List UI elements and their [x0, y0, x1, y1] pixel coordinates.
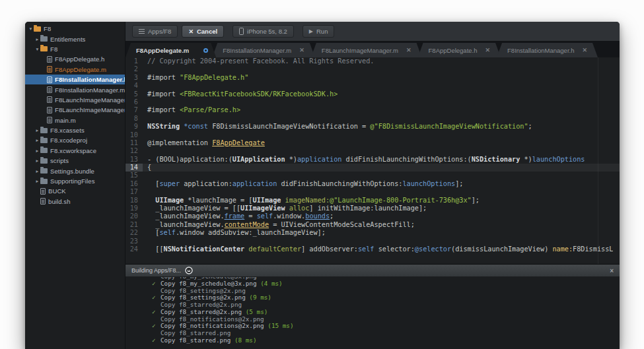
code-text	[143, 147, 147, 155]
tree-item-scripts[interactable]: ▸scripts	[25, 156, 125, 166]
phone-icon	[239, 28, 244, 35]
tree-item-f8installationmanager-m[interactable]: F8InstallationManager.m	[25, 84, 125, 94]
run-button[interactable]: ▶Run	[303, 25, 335, 38]
tree-item-entitlements[interactable]: ▸Entitlements	[25, 34, 125, 44]
disclosure-collapsed-icon[interactable]: ▸	[34, 178, 40, 184]
file-icon	[47, 77, 52, 83]
code-line: 21 _launchImageView.contentMode = UIView…	[125, 221, 620, 229]
tab-f8launchimagemanager-m[interactable]: F8LaunchImageManager.m✕	[311, 43, 422, 57]
tree-item-settings-bundle[interactable]: ▸Settings.bundle	[25, 166, 125, 175]
code-text: - (BOOL)application:(UIApplication *)app…	[143, 156, 585, 164]
disclosure-expanded-icon[interactable]: ▾	[28, 26, 34, 32]
tree-item-main-m[interactable]: main.m	[25, 115, 125, 125]
file-icon	[47, 86, 52, 93]
tree-item-label: Entitlements	[50, 36, 85, 43]
tab-f8appdelegate-h[interactable]: F8AppDelegate.h✕	[418, 43, 501, 57]
ide-window: ▾F8▸Entitlements▾F8F8AppDelegate.hF8AppD…	[25, 22, 620, 349]
tree-item-f8-xcodeproj[interactable]: ▸F8.xcodeproj	[25, 135, 125, 145]
tree-item-f8[interactable]: ▾F8	[25, 24, 125, 34]
tree-item-label: F8AppDelegate.m	[55, 66, 106, 73]
check-icon: ✓	[152, 309, 161, 316]
tree-item-f8launchimagemanager-h[interactable]: F8LaunchImageManager.h	[25, 95, 125, 105]
tab-f8installationmanager-m[interactable]: F8InstallationManager.m✕	[212, 43, 315, 57]
code-text: [[NSNotificationCenter defaultCenter] ad…	[143, 245, 613, 253]
file-icon	[47, 66, 52, 73]
apps-f8-button[interactable]: Apps/F8	[132, 25, 178, 38]
tree-item-build-sh[interactable]: build.sh	[25, 197, 125, 206]
disclosure-collapsed-icon[interactable]: ▸	[34, 137, 40, 143]
tab-f8appdelegate-m[interactable]: F8AppDelegate.m	[125, 43, 216, 57]
tree-item-label: scripts	[50, 157, 69, 164]
file-icon	[47, 56, 52, 63]
disclosure-collapsed-icon[interactable]: ▸	[34, 158, 40, 164]
toolbar-button-label: Apps/F8	[148, 28, 171, 35]
line-number: 24	[125, 245, 143, 253]
tree-item-supportingfiles[interactable]: ▸SupportingFiles	[25, 176, 125, 186]
tree-item-f8-xcassets[interactable]: ▸F8.xcassets	[25, 125, 125, 135]
tab-label: F8InstallationManager.h	[507, 47, 574, 54]
line-number: 12	[125, 147, 143, 155]
tree-item-f8launchimagemanager-m[interactable]: F8LaunchImageManager.m	[25, 105, 125, 115]
panel-close-icon[interactable]: ×	[610, 267, 614, 274]
line-number: 6	[125, 98, 143, 106]
code-line: 22 [self.window addSubview:_launchImageV…	[125, 229, 620, 237]
line-number: 3	[125, 74, 143, 82]
code-text	[143, 172, 147, 179]
code-line: 15	[125, 172, 620, 179]
disclosure-collapsed-icon[interactable]: ▸	[34, 127, 40, 133]
code-line: 24 [[NSNotificationCenter defaultCenter]…	[125, 245, 620, 253]
tree-item-label: F8.xcassets	[50, 127, 85, 134]
tree-item-label: F8	[44, 25, 51, 32]
build-console[interactable]: Copy f8_my_schedule@3x.png✓Copy f8_my_sc…	[125, 277, 620, 349]
folder-icon	[40, 46, 48, 51]
play-icon: ▶	[309, 28, 313, 34]
line-number: 1	[125, 57, 143, 65]
line-number: 5	[125, 90, 143, 98]
tree-item-label: F8LaunchImageManager.m	[55, 106, 125, 113]
code-text: NSString *const F8DismissLaunchImageView…	[143, 123, 532, 131]
duration-label: (5 ms)	[246, 308, 268, 315]
tree-item-label: build.sh	[48, 198, 71, 205]
code-editor[interactable]: 1// Copyright 2004-present Facebook. All…	[125, 57, 620, 264]
check-icon: ✓	[152, 280, 161, 288]
tree-item-label: BUCK	[48, 187, 66, 195]
tree-item-label: SupportingFiles	[50, 177, 95, 185]
tab-close-icon[interactable]: ✕	[299, 47, 304, 53]
tab-close-icon[interactable]: ✕	[485, 47, 491, 53]
disclosure-collapsed-icon[interactable]: ▸	[34, 148, 40, 154]
code-line: 7#import <Parse/Parse.h>	[125, 106, 620, 114]
build-output-panel: Building Apps/F8... × Copy f8_my_schedul…	[125, 264, 620, 349]
wrap-guide-line	[598, 57, 598, 264]
disclosure-collapsed-icon[interactable]: ▸	[34, 36, 40, 42]
desktop-background: ▾F8▸Entitlements▾F8F8AppDelegate.hF8AppD…	[0, 0, 644, 349]
tab-close-icon[interactable]: ✕	[406, 47, 411, 53]
tree-item-f8[interactable]: ▾F8	[25, 44, 125, 54]
tree-item-label: main.m	[55, 117, 76, 124]
line-number: 7	[125, 106, 143, 114]
folder-icon	[40, 179, 48, 184]
tree-item-f8installationmanager-h[interactable]: F8InstallationManager.h	[25, 75, 125, 84]
cancel-button[interactable]: ✕Cancel	[182, 25, 224, 38]
tab-f8installationmanager-h[interactable]: F8InstallationManager.h✕	[497, 43, 598, 57]
tree-item-f8appdelegate-h[interactable]: F8AppDelegate.h	[25, 54, 125, 64]
code-text	[143, 82, 147, 90]
line-number: 22	[125, 229, 143, 237]
tree-item-f8appdelegate-m[interactable]: F8AppDelegate.m	[25, 65, 125, 75]
disclosure-expanded-icon[interactable]: ▾	[34, 46, 40, 52]
code-line: 5#import <FBReactKitFacebookSDK/RKFacebo…	[125, 90, 620, 98]
tab-close-icon[interactable]: ✕	[582, 47, 587, 53]
code-line: 19 _launchImageView = [[UIImageView allo…	[125, 205, 620, 212]
line-number: 9	[125, 123, 143, 131]
code-text: @implementation F8AppDelegate	[143, 139, 265, 147]
toolbar: Apps/F8✕CanceliPhone 5s, 8.2▶Run	[125, 22, 620, 42]
folder-icon	[34, 26, 41, 32]
tree-item-buck[interactable]: BUCK	[25, 186, 125, 196]
disclosure-collapsed-icon[interactable]: ▸	[34, 168, 40, 174]
file-tree-sidebar: ▾F8▸Entitlements▾F8F8AppDelegate.hF8AppD…	[25, 22, 125, 349]
tree-item-f8-xcworkspace[interactable]: ▸F8.xcworkspace	[25, 146, 125, 156]
iphone-5s-8-2-button[interactable]: iPhone 5s, 8.2	[233, 25, 294, 38]
main-area: Apps/F8✕CanceliPhone 5s, 8.2▶Run F8AppDe…	[125, 22, 620, 349]
check-icon: ✓	[152, 337, 161, 344]
code-text	[143, 188, 147, 196]
line-number: 19	[125, 205, 143, 212]
